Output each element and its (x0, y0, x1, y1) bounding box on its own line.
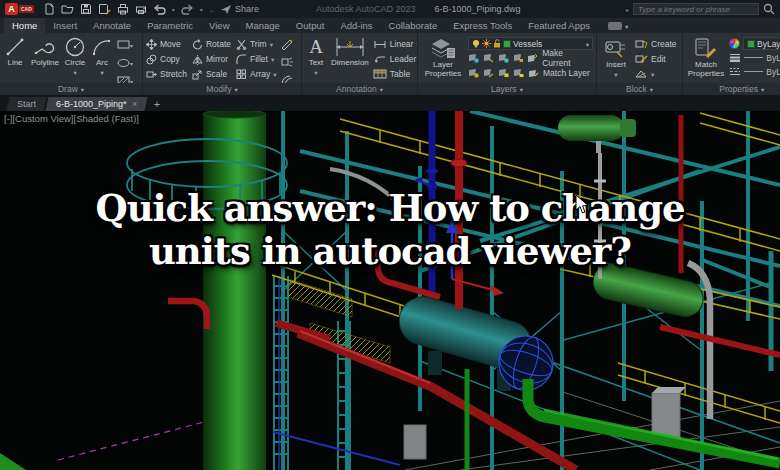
redo-dropdown-icon[interactable]: ▾ (200, 6, 203, 13)
file-tab-drawing[interactable]: 6-B-1000_Piping* × (46, 97, 148, 111)
layer-thaw-icon[interactable] (498, 68, 509, 78)
polyline-button[interactable]: Polyline (30, 35, 60, 83)
panel-title-draw[interactable]: Draw (0, 83, 142, 95)
tab-manage[interactable]: Manage (238, 18, 288, 33)
panel-title-block[interactable]: Block (597, 83, 682, 95)
scale-icon (192, 69, 203, 80)
erase-tool-icon[interactable] (280, 36, 293, 54)
insert-block-button[interactable]: Insert (600, 35, 632, 83)
tab-home[interactable]: Home (4, 18, 45, 33)
color-swatch (747, 40, 755, 48)
panel-title-properties[interactable]: Properties (683, 83, 780, 95)
customize-qat-icon[interactable]: ⌄ (209, 6, 214, 13)
edit-block-button[interactable]: Edit (635, 52, 677, 66)
tab-insert[interactable]: Insert (45, 18, 85, 33)
layer-isolate-icon[interactable] (483, 53, 494, 63)
stretch-button[interactable]: Stretch (146, 67, 187, 81)
layer-freeze-icon[interactable] (498, 53, 509, 63)
hatch-tool-icon[interactable]: ▾ (117, 72, 133, 83)
linetype-select[interactable]: ByLayer (729, 65, 780, 78)
arc-button[interactable]: Arc (90, 35, 114, 83)
undo-dropdown-icon[interactable]: ▾ (172, 6, 175, 13)
linear-dim-button[interactable]: Linear (373, 37, 417, 51)
object-color-select[interactable]: ByLayer (729, 37, 780, 50)
line-button[interactable]: Line (3, 35, 27, 83)
fillet-button[interactable]: Fillet (236, 52, 277, 66)
search-input[interactable] (633, 3, 759, 15)
app-menu-button[interactable]: A CAD (5, 3, 34, 15)
layer-properties-icon (430, 36, 456, 60)
redo-icon[interactable] (181, 4, 194, 15)
tab-parametric[interactable]: Parametric (139, 18, 201, 33)
viewport-controls[interactable]: [-][Custom View][Shaded (Fast)] (4, 113, 139, 124)
print-icon[interactable] (135, 3, 147, 15)
share-button[interactable]: Share (220, 4, 259, 15)
move-button[interactable]: Move (146, 37, 187, 51)
ellipse-tool-icon[interactable]: ▾ (117, 54, 133, 72)
search-expand-icon[interactable]: ▸ (626, 6, 629, 13)
create-block-button[interactable]: Create (635, 37, 677, 51)
close-tab-icon[interactable]: × (132, 99, 137, 109)
linetype-icon (729, 67, 741, 76)
new-drawing-tab-button[interactable]: + (154, 98, 160, 111)
layer-unlock-all-icon[interactable] (513, 68, 524, 78)
rectangle-tool-icon[interactable]: ▾ (117, 36, 133, 54)
offset-tool-icon[interactable] (280, 72, 293, 83)
panel-title-modify[interactable]: Modify (143, 83, 301, 95)
tab-add-ins[interactable]: Add-ins (332, 18, 380, 33)
circle-button[interactable]: Circle (63, 35, 87, 83)
explode-tool-icon[interactable] (280, 54, 293, 72)
array-button[interactable]: Array (236, 67, 277, 81)
rotate-button[interactable]: Rotate (192, 37, 231, 51)
panel-block: Insert Create Edit Block (597, 33, 683, 95)
file-tab-start[interactable]: Start (7, 97, 47, 111)
plot-icon[interactable] (117, 3, 129, 15)
tab-express-tools[interactable]: Express Tools (445, 18, 520, 33)
tab-collaborate[interactable]: Collaborate (381, 18, 446, 33)
scale-button[interactable]: Scale (192, 67, 231, 81)
undo-icon[interactable] (153, 4, 166, 15)
dimension-button[interactable]: Dimension (330, 35, 370, 83)
layer-properties-button[interactable]: Layer Properties (421, 35, 465, 83)
leader-button[interactable]: Leader (373, 52, 417, 66)
match-layer-icon[interactable] (528, 68, 539, 78)
panel-title-annotation[interactable]: Annotation (302, 83, 417, 95)
tab-output[interactable]: Output (288, 18, 333, 33)
text-button[interactable]: A Text (305, 35, 327, 83)
block-attributes-button[interactable] (635, 67, 677, 81)
panel-title-layers[interactable]: Layers (418, 83, 596, 95)
trim-button[interactable]: Trim (236, 37, 277, 51)
copy-button[interactable]: Copy (146, 52, 187, 66)
layer-unisolate-icon[interactable] (483, 68, 494, 78)
table-button[interactable]: Table (373, 67, 417, 81)
lineweight-select[interactable]: ByLayer (729, 51, 780, 64)
panel-annotation: A Text Dimension Linear Leader Table Ann… (302, 33, 418, 95)
open-folder-icon[interactable] (61, 3, 74, 15)
search-icon[interactable] (763, 3, 775, 15)
match-layer-button[interactable]: Match Layer (543, 68, 590, 78)
tab-annotate[interactable]: Annotate (85, 18, 139, 33)
autocad-logo-icon: A (5, 3, 18, 15)
mirror-button[interactable]: Mirror (192, 52, 231, 66)
tab-view[interactable]: View (201, 18, 237, 33)
piping-3d-model[interactable] (0, 111, 780, 470)
layer-lock-icon[interactable] (513, 53, 524, 63)
color-wheel-icon (729, 38, 740, 49)
make-current-icon[interactable] (527, 53, 538, 63)
tab-featured-apps[interactable]: Featured Apps (520, 18, 598, 33)
layer-off-icon[interactable] (468, 53, 479, 63)
corner-pipe-green (0, 453, 26, 470)
file-tab-bar: Start 6-B-1000_Piping* × + (0, 95, 780, 111)
leader-icon (373, 55, 387, 64)
save-icon[interactable] (80, 3, 92, 15)
layer-prev-icon[interactable] (468, 68, 479, 78)
match-properties-button[interactable]: Match Properties (686, 35, 726, 83)
new-file-icon[interactable] (43, 3, 55, 15)
make-current-button[interactable]: Make Current (542, 48, 593, 68)
drawing-viewport[interactable]: [-][Custom View][Shaded (Fast)] (0, 111, 780, 470)
share-label: Share (235, 4, 259, 14)
save-as-icon[interactable] (98, 3, 111, 15)
copy-icon (146, 54, 157, 65)
autocad-logo-sub: CAD (19, 5, 34, 13)
ribbon-display-toggle[interactable] (608, 18, 628, 33)
